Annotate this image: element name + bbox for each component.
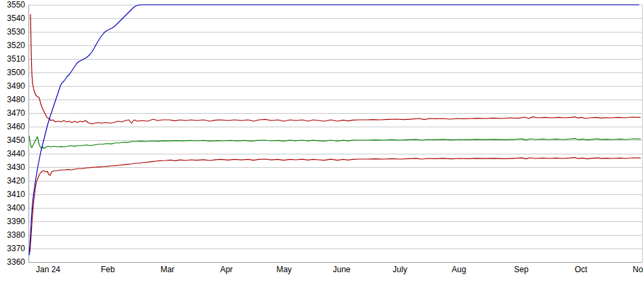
- y-axis-tick-label: 3410: [7, 190, 25, 199]
- y-axis-tick-label: 3360: [7, 257, 25, 267]
- x-axis-month-label: Apr: [220, 265, 233, 274]
- y-axis-tick-label: 3370: [7, 244, 25, 253]
- y-axis-tick-label: 3400: [7, 203, 25, 213]
- series-blue-line: [29, 5, 639, 255]
- y-axis-tick-label: 3510: [7, 54, 25, 64]
- y-axis-tick-label: 3500: [7, 68, 25, 77]
- x-axis-month-label: Jan 24: [36, 265, 60, 274]
- x-axis-month-label: Mar: [161, 265, 175, 274]
- x-axis-month-label: Sep: [514, 265, 529, 274]
- y-axis-tick-label: 3420: [7, 176, 25, 186]
- y-axis-tick-label: 3520: [7, 41, 25, 50]
- x-axis-month-label: Feb: [101, 265, 115, 274]
- series-green-line: [29, 136, 641, 148]
- x-axis-month-label: June: [333, 265, 350, 274]
- series-red-upper-line: [31, 14, 641, 124]
- y-axis-tick-label: 3460: [7, 122, 25, 131]
- y-axis-tick-label: 3550: [7, 0, 25, 9]
- x-axis-month-label: No: [632, 265, 643, 274]
- y-axis-tick-label: 3440: [7, 149, 25, 158]
- y-axis-tick-label: 3380: [7, 230, 25, 240]
- x-axis-month-label: Aug: [451, 265, 466, 274]
- y-axis-tick-label: 3430: [7, 163, 25, 172]
- x-axis-month-label: Oct: [575, 265, 588, 274]
- y-axis-tick-label: 3480: [7, 95, 25, 104]
- y-axis-tick-label: 3470: [7, 108, 25, 118]
- x-axis-month-label: May: [277, 265, 292, 274]
- y-axis-tick-label: 3390: [7, 217, 25, 226]
- x-axis-month-label: July: [393, 265, 407, 274]
- y-axis-tick-label: 3450: [7, 135, 25, 145]
- rating-history-chart: 3550354035303520351035003490348034703460…: [0, 0, 644, 281]
- series-red-lower-line: [30, 158, 641, 253]
- rating-history-chart-window: 3550354035303520351035003490348034703460…: [0, 0, 644, 281]
- y-axis-tick-label: 3490: [7, 81, 25, 91]
- y-axis-tick-label: 3540: [7, 14, 25, 23]
- y-axis-tick-label: 3530: [7, 27, 25, 37]
